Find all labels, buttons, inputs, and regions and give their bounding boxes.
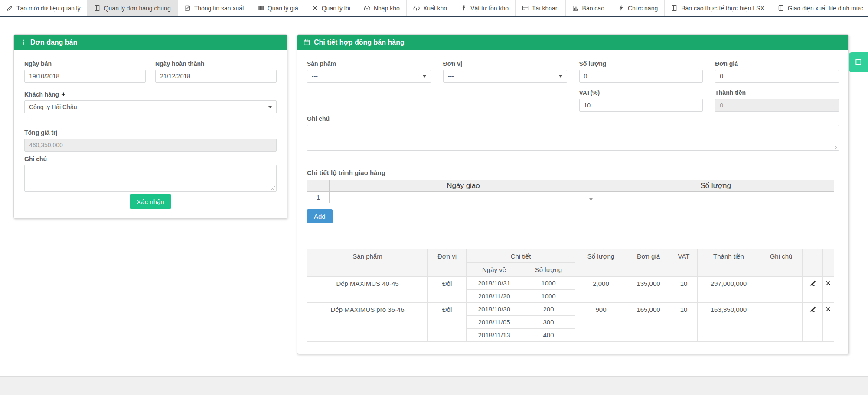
tong-gia-tri-input [24, 139, 277, 152]
so-luong-cell[interactable] [597, 192, 834, 203]
san-pham-selected-value: --- [312, 73, 318, 80]
edit-row-button[interactable] [803, 303, 823, 342]
confirm-button[interactable]: Xác nhận [130, 194, 171, 209]
col-ngay-ve: Ngày về [467, 263, 522, 277]
delete-row-button[interactable] [823, 303, 834, 342]
nav-tab-12[interactable]: Báo cáo thực tế thực hiện LSX [665, 0, 771, 16]
col-ghi-chu: Ghi chú [760, 249, 803, 277]
nav-tab-label: Quản lý đơn hàng chung [104, 5, 171, 12]
so-luong-input[interactable] [579, 70, 703, 83]
card-icon [522, 5, 529, 11]
ngay-ve-cell: 2018/10/30 [467, 303, 522, 316]
vat-cell: 10 [670, 303, 698, 342]
add-customer-icon[interactable]: + [61, 90, 65, 98]
delete-row-button[interactable] [823, 277, 834, 303]
nav-tab-1[interactable]: Tạo mới dữ liệu quản lý [0, 0, 88, 16]
col-don-gia: Đơn giá [627, 249, 670, 277]
vat-input[interactable] [579, 99, 703, 112]
nav-tab-10[interactable]: Báo cáo [566, 0, 611, 16]
edit-row-button[interactable] [803, 277, 823, 303]
ngay-ve-cell: 2018/11/13 [467, 329, 522, 342]
close-icon [826, 306, 831, 312]
don-vi-select[interactable]: --- [443, 70, 567, 83]
san-pham-select[interactable]: --- [307, 70, 431, 83]
contract-ghi-chu-textarea[interactable] [307, 125, 839, 151]
chevron-down-icon [423, 75, 426, 78]
nav-tab-label: Chức năng [628, 5, 658, 12]
ngay-giao-cell[interactable] [330, 192, 597, 203]
don-gia-input[interactable] [715, 70, 839, 83]
detail-quantity-cell: 1000 [522, 277, 575, 290]
khach-hang-label: Khách hàng+ [24, 91, 277, 98]
pencil-icon [7, 5, 13, 11]
nav-tab-13[interactable]: Giao diện xuất file định mức [771, 0, 868, 16]
ghi-chu-label: Ghi chú [24, 155, 277, 163]
nav-tab-5[interactable]: Quản lý lỗi [305, 0, 357, 16]
book-icon [94, 5, 101, 11]
pin-icon [460, 5, 467, 11]
edit-icon [809, 306, 816, 313]
book-icon [778, 5, 784, 11]
chart-icon [572, 5, 579, 11]
nav-tab-label: Báo cáo thực tế thực hiện LSX [681, 5, 764, 12]
col-thanh-tien: Thành tiền [698, 249, 760, 277]
col-edit [803, 249, 823, 277]
nav-tab-9[interactable]: Tài khoản [516, 0, 565, 16]
unit-cell: Đôi [428, 277, 467, 303]
calendar-icon [303, 39, 310, 45]
ngay-ve-cell: 2018/10/31 [467, 277, 522, 290]
nav-tab-11[interactable]: Chức năng [611, 0, 665, 16]
contract-ghi-chu-label: Ghi chú [307, 115, 839, 123]
nav-tab-label: Nhập kho [374, 5, 400, 12]
table-row: Dép MAXIMUS 40-45Đôi2018/10/3110002,0001… [307, 277, 834, 290]
resize-handle-icon[interactable] [271, 186, 275, 190]
bolt-icon [618, 5, 624, 11]
nav-tab-label: Xuất kho [423, 5, 447, 12]
unit-cell: Đôi [428, 303, 467, 342]
nav-tab-6[interactable]: Nhập kho [357, 0, 407, 16]
san-pham-label: Sản phẩm [307, 60, 431, 68]
chevron-down-icon [268, 106, 272, 108]
ngay-hoan-thanh-input[interactable] [155, 70, 277, 83]
order-panel: Đơn đang bán Ngày bán Ngày hoàn thành Kh… [13, 34, 287, 219]
so-luong-label: Số lượng [579, 60, 703, 68]
khach-hang-selected-value: Công ty Hải Châu [29, 104, 77, 110]
detail-quantity-cell: 1000 [522, 290, 575, 303]
nav-tab-label: Tạo mới dữ liệu quản lý [16, 5, 81, 12]
col-chi-tiet: Chi tiết [467, 249, 575, 263]
schedule-title: Chi tiết lộ trình giao hàng [307, 169, 839, 176]
ngay-hoan-thanh-label: Ngày hoàn thành [155, 60, 277, 68]
nav-tab-3[interactable]: Thông tin sản xuất [178, 0, 251, 16]
khach-hang-select[interactable]: Công ty Hải Châu [24, 100, 277, 113]
contract-detail-panel: Chi tiết hợp đồng bán hàng Sản phẩm --- … [297, 34, 849, 354]
nav-tab-label: Quản lý giá [268, 5, 298, 12]
nav-tab-label: Báo cáo [582, 5, 604, 12]
product-cell: Dép MAXIMUS 40-45 [307, 277, 428, 303]
resize-handle-icon[interactable] [833, 145, 838, 149]
nav-tab-8[interactable]: Vật tư tồn kho [454, 0, 516, 16]
don-vi-label: Đơn vị [443, 60, 567, 68]
cloud-download-icon [413, 5, 420, 11]
info-icon [20, 39, 26, 45]
floating-panel-button[interactable] [849, 52, 868, 72]
add-button[interactable]: Add [307, 209, 333, 223]
total-cell: 297,000,000 [698, 277, 760, 303]
total-cell: 163,350,000 [698, 303, 760, 342]
close-icon [826, 280, 831, 286]
product-cell: Dép MAXIMUS pro 36-46 [307, 303, 428, 342]
ghi-chu-textarea[interactable] [24, 165, 277, 192]
nav-tab-4[interactable]: Quản lý giá [251, 0, 305, 16]
table-row: Dép MAXIMUS pro 36-46Đôi2018/10/30200900… [307, 303, 834, 316]
col-san-pham: Sản phẩm [307, 249, 428, 277]
ngay-ban-input[interactable] [24, 70, 146, 83]
nav-tab-2[interactable]: Quản lý đơn hàng chung [88, 0, 178, 16]
quantity-cell: 2,000 [575, 277, 627, 303]
nav-tab-label: Quản lý lỗi [322, 5, 350, 12]
edit-icon [184, 5, 191, 11]
col-don-vi: Đơn vị [428, 249, 467, 277]
schedule-table: Ngày giao Số lượng 1 [307, 180, 834, 203]
nav-tab-7[interactable]: Xuất kho [407, 0, 454, 16]
ngay-ban-label: Ngày bán [24, 60, 146, 68]
col-delete [823, 249, 834, 277]
col-so-luong: Số lượng [575, 249, 627, 277]
